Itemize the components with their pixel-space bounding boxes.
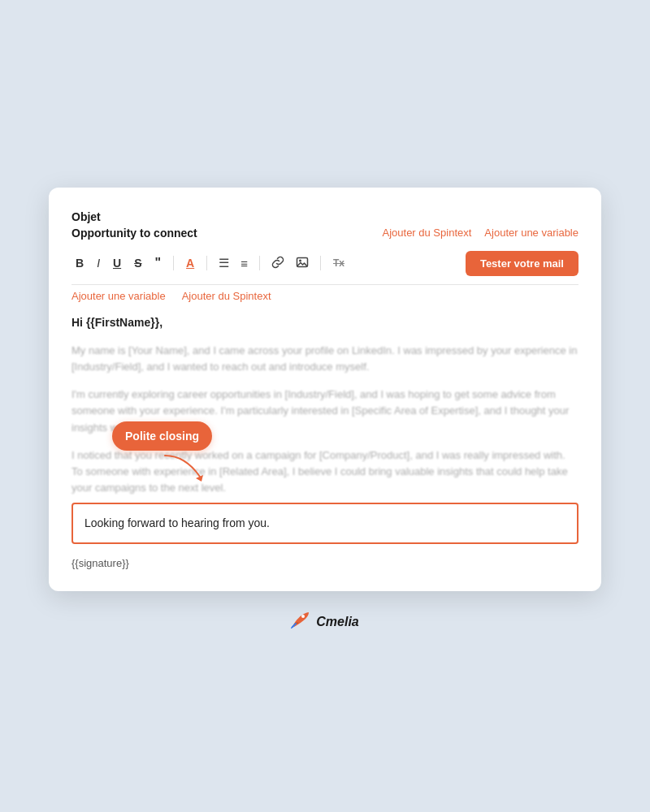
toolbar-separator-2 — [206, 256, 207, 270]
underline-button[interactable]: U — [109, 255, 125, 271]
color-button[interactable]: A — [182, 255, 198, 271]
add-spintext-subject[interactable]: Ajouter du Spintext — [383, 227, 472, 239]
image-icon[interactable] — [292, 253, 312, 274]
subject-row: Opportunity to connect Ajouter du Spinte… — [72, 227, 578, 240]
toolbar: B I U S " A ☰ ≡ — [72, 251, 578, 285]
polite-closing-tooltip: Polite closing — [112, 421, 212, 451]
subject-label: Objet — [72, 210, 578, 223]
link-icon[interactable] — [268, 253, 288, 274]
bold-button[interactable]: B — [72, 255, 88, 271]
ordered-list-icon[interactable]: ☰ — [215, 253, 232, 273]
email-greeting: Hi {{FirstName}}, — [72, 313, 578, 331]
closing-highlight: Looking forward to hearing from you. — [72, 503, 578, 543]
branding: Cmelia — [291, 611, 358, 633]
page-wrapper: Objet Opportunity to connect Ajouter du … — [0, 0, 650, 812]
toolbar-separator-1 — [173, 256, 174, 270]
unordered-list-icon[interactable]: ≡ — [237, 254, 251, 273]
email-body: Hi {{FirstName}}, My name is [Your Name]… — [72, 313, 578, 572]
tooltip-arrow — [161, 452, 210, 482]
subject-actions: Ajouter du Spintext Ajouter une variable — [383, 227, 579, 239]
subject-value: Opportunity to connect — [72, 227, 197, 240]
email-card: Objet Opportunity to connect Ajouter du … — [49, 188, 601, 592]
add-variable-body[interactable]: Ajouter une variable — [72, 290, 166, 302]
svg-point-1 — [299, 259, 301, 261]
quote-button[interactable]: " — [150, 254, 165, 272]
highlight-area: I noticed that you recently worked on a … — [72, 447, 578, 496]
brand-icon — [291, 611, 312, 633]
svg-point-3 — [301, 615, 305, 618]
add-variable-subject[interactable]: Ajouter une variable — [484, 227, 578, 239]
email-paragraph-1: My name is [Your Name], and I came acros… — [72, 343, 578, 375]
brand-logo: Cmelia — [291, 611, 358, 633]
toolbar-separator-4 — [320, 256, 321, 270]
strikethrough-button[interactable]: S — [130, 255, 145, 271]
brand-name: Cmelia — [316, 615, 358, 629]
clear-format-button[interactable]: Tx — [329, 256, 349, 270]
test-mail-button[interactable]: Tester votre mail — [466, 251, 578, 276]
italic-button[interactable]: I — [93, 255, 104, 271]
toolbar2: Ajouter une variable Ajouter du Spintext — [72, 290, 578, 302]
email-signature: {{signature}} — [72, 555, 578, 572]
toolbar-left: B I U S " A ☰ ≡ — [72, 253, 349, 274]
toolbar-separator-3 — [259, 256, 260, 270]
add-spintext-body[interactable]: Ajouter du Spintext — [182, 290, 271, 302]
tooltip-wrapper: Polite closing — [112, 421, 212, 482]
